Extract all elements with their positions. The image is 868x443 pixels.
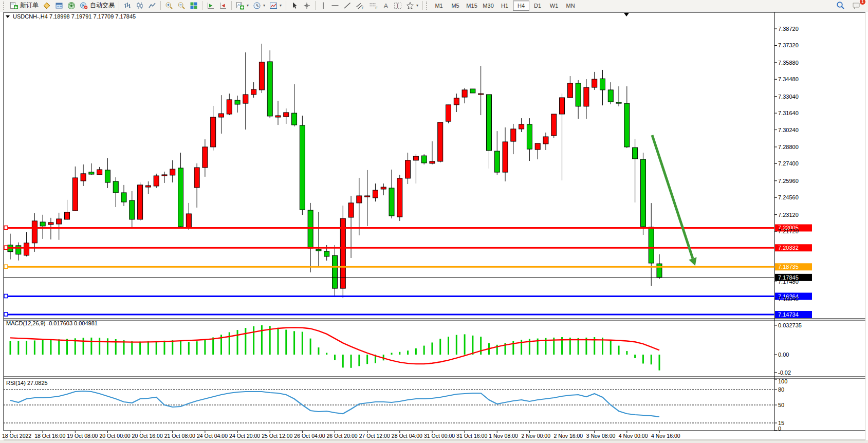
timeframe-button-m30[interactable]: M30 (480, 1, 496, 11)
hline-handle[interactable] (4, 312, 8, 316)
zoom-in-icon (165, 2, 173, 10)
time-axis-label: 24 Oct 04:00 (197, 433, 228, 439)
timeframe-button-h1[interactable]: H1 (496, 1, 513, 11)
signals-button[interactable] (65, 0, 78, 11)
gold-icon (43, 2, 51, 10)
rsi-indicator-label: RSI(14) 27.0825 (6, 380, 48, 386)
community-button[interactable] (53, 0, 65, 11)
timeframe-button-w1[interactable]: W1 (546, 1, 562, 11)
timeframe-button-mn[interactable]: MN (562, 1, 579, 11)
time-axis-label: 18 Oct 16:00 (34, 433, 65, 439)
search-button[interactable] (834, 0, 847, 11)
chart-shift-button[interactable] (217, 0, 229, 11)
candle (154, 176, 159, 186)
fibonacci-button[interactable]: F (367, 0, 380, 11)
candle (121, 193, 126, 202)
candle (649, 227, 654, 263)
cursor-button[interactable] (288, 0, 301, 11)
hline-handle[interactable] (4, 294, 8, 298)
candle (40, 222, 45, 226)
vline-button[interactable] (318, 0, 329, 11)
time-axis-label: 25 Oct 12:00 (262, 433, 292, 439)
candle (592, 79, 597, 87)
candle (478, 94, 484, 95)
channel-button[interactable]: E (354, 0, 367, 11)
tile-icon (190, 2, 198, 10)
candle (259, 62, 264, 90)
promo-button[interactable] (41, 0, 53, 11)
toolbar-separator (286, 1, 286, 10)
timeframe-button-h4[interactable]: H4 (513, 1, 529, 11)
candle (511, 129, 516, 141)
templates-button[interactable]: ▾ (267, 0, 284, 11)
toolbar-drag-handle[interactable] (3, 2, 7, 10)
indicators-icon (236, 2, 245, 10)
candle (300, 125, 305, 210)
svg-text:F: F (376, 6, 378, 9)
zoom-out-icon (177, 2, 186, 10)
line-chart-button[interactable] (146, 0, 158, 11)
toolbar-separator (202, 1, 202, 10)
hline-handle[interactable] (4, 265, 8, 268)
tile-windows-button[interactable] (188, 0, 200, 11)
candle (324, 251, 329, 256)
hline-handle[interactable] (4, 246, 8, 249)
text-label-button[interactable]: T (392, 0, 404, 11)
price-axis-tick-label: 7.31640 (778, 110, 799, 116)
candle (65, 212, 70, 219)
candle (113, 181, 118, 193)
price-axis-tick-label: 7.24560 (778, 194, 799, 200)
chevron-down-icon[interactable]: ▾ (416, 3, 418, 8)
chat-button[interactable]: 1 (850, 0, 863, 11)
macd-axis-tick-label: -0.02 (778, 370, 791, 376)
channel-icon: E (356, 2, 365, 10)
timeframe-button-m1[interactable]: M1 (431, 1, 447, 11)
candle (454, 98, 459, 105)
timeframe-drag-handle[interactable] (426, 2, 430, 10)
timeframe-button-d1[interactable]: D1 (529, 1, 546, 11)
timeframe-button-m15[interactable]: M15 (464, 1, 480, 11)
periods-button[interactable]: ▾ (251, 0, 267, 11)
zoom-in-button[interactable] (163, 0, 175, 11)
bar-chart-button[interactable] (121, 0, 134, 11)
candle (462, 90, 467, 97)
candle (551, 114, 557, 136)
hline-button[interactable] (329, 0, 341, 11)
time-axis-label: 24 Oct 20:00 (229, 433, 260, 439)
chevron-down-icon[interactable]: ▾ (263, 3, 265, 8)
candle (292, 113, 297, 125)
new-order-button[interactable]: 新订单 (8, 0, 41, 11)
zoom-out-button[interactable] (175, 0, 188, 11)
candle (211, 117, 216, 147)
candle (624, 103, 630, 147)
chart-shift-icon (219, 2, 227, 10)
hline-handle[interactable] (4, 226, 8, 229)
candle (308, 210, 313, 248)
candle (57, 219, 62, 224)
text-button[interactable]: A (380, 0, 392, 11)
time-axis-label: 2 Nov 16:00 (554, 433, 583, 439)
candle (567, 83, 572, 98)
time-axis-label: 27 Oct 12:00 (359, 433, 390, 439)
indicators-button[interactable]: ▾ (234, 0, 251, 11)
auto-scroll-button[interactable] (205, 0, 217, 11)
candle (486, 95, 491, 151)
timeframe-button-m5[interactable]: M5 (447, 1, 464, 11)
price-axis-tick-label: 7.25960 (778, 178, 799, 184)
candle (202, 147, 208, 168)
time-axis-label: 18 Oct 2022 (2, 433, 31, 439)
autotrading-button[interactable]: 自动交易 (78, 0, 117, 11)
price-axis-tick-label: 7.35880 (778, 60, 799, 66)
candle (194, 168, 199, 188)
crosshair-button[interactable] (301, 0, 313, 11)
trendline-button[interactable] (341, 0, 354, 11)
time-axis-label: 20 Oct 16:00 (132, 433, 163, 439)
candle (251, 89, 256, 95)
candle (527, 124, 532, 149)
shapes-button[interactable]: ▾ (404, 0, 420, 11)
candle (640, 159, 645, 227)
price-axis-tick-label: 7.33040 (778, 94, 799, 100)
chevron-down-icon[interactable]: ▾ (280, 3, 282, 8)
chevron-down-icon[interactable]: ▾ (247, 3, 249, 8)
candle-chart-button[interactable] (134, 0, 146, 11)
